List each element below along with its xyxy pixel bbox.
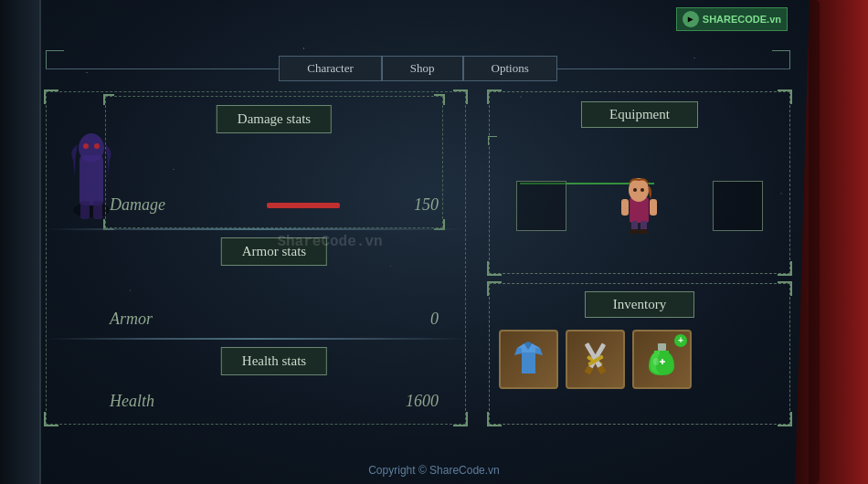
- inventory-title: Inventory: [585, 291, 694, 318]
- damage-stats-label: Damage stats: [217, 105, 332, 133]
- inventory-item-armor[interactable]: [499, 330, 558, 389]
- svg-rect-5: [80, 201, 90, 219]
- inventory-title-row: Inventory: [490, 291, 789, 318]
- inv-corner-br: [778, 412, 792, 426]
- damage-value: 150: [414, 195, 439, 215]
- equipment-title: Equipment: [581, 101, 698, 128]
- equip-slot-2[interactable]: [713, 181, 763, 231]
- nav-tabs: Character Shop Options: [279, 56, 556, 81]
- svg-point-8: [629, 178, 649, 202]
- armor-stats-button[interactable]: Armor stats: [221, 237, 327, 266]
- damage-stat-row: Damage 150: [110, 195, 439, 215]
- swords-icon: [575, 339, 616, 380]
- main-content: Damage stats Damage 150 Armor stats Armo…: [46, 91, 790, 425]
- armor-stats-label: Armor stats: [221, 237, 327, 266]
- health-stat-row: Health 1600: [110, 392, 439, 411]
- inventory-items-row: +: [499, 330, 692, 389]
- health-stats-label: Health stats: [221, 347, 327, 375]
- inventory-item-swords[interactable]: [566, 330, 625, 389]
- nav-corner-tl: [46, 50, 64, 68]
- svg-rect-15: [621, 199, 629, 216]
- svg-point-26: [653, 358, 659, 365]
- corner-tl: [44, 89, 58, 104]
- tab-character[interactable]: Character: [279, 56, 382, 81]
- health-value: 1600: [406, 392, 439, 411]
- left-panel: Damage stats Damage 150 Armor stats Armo…: [46, 91, 466, 425]
- svg-rect-23: [658, 343, 666, 351]
- inventory-panel: Inventory: [489, 283, 790, 425]
- armor-stat-row: Armor 0: [110, 310, 439, 329]
- tab-options[interactable]: Options: [463, 56, 557, 81]
- armor-label: Armor: [110, 310, 192, 329]
- dc-tr: [434, 94, 445, 105]
- health-section: Health stats Health 1600: [101, 338, 448, 425]
- right-panel: Equipment: [489, 91, 790, 425]
- potion-badge: +: [674, 334, 687, 347]
- character-sprite-container: [619, 172, 660, 240]
- logo-text: ▶ SHARECODE.vn: [676, 7, 788, 31]
- inventory-item-potion[interactable]: +: [632, 330, 692, 389]
- svg-point-9: [633, 188, 637, 192]
- equipment-title-row: Equipment: [490, 101, 789, 128]
- health-stats-button[interactable]: Health stats: [221, 347, 327, 375]
- inv-corner-bl: [487, 412, 502, 426]
- copyright-text: Copyright © ShareCode.vn: [0, 464, 868, 477]
- damage-stats-button[interactable]: Damage stats: [217, 105, 332, 133]
- svg-point-10: [640, 188, 644, 192]
- svg-rect-14: [640, 229, 648, 234]
- health-label: Health: [110, 392, 192, 411]
- character-sprite: [619, 172, 660, 236]
- dc-tl: [103, 94, 114, 105]
- nav-bar: Character Shop Options: [46, 50, 790, 87]
- equipment-slots: [490, 138, 789, 273]
- damage-section: Damage stats Damage 150: [101, 91, 448, 233]
- armor-icon: [508, 339, 549, 380]
- equipment-panel: Equipment: [489, 91, 790, 274]
- svg-point-4: [94, 143, 100, 149]
- svg-point-3: [83, 143, 89, 149]
- nav-corner-tr: [772, 50, 790, 68]
- corner-bl: [44, 412, 58, 426]
- corner-br: [453, 412, 468, 426]
- equip-slot-1[interactable]: [516, 181, 566, 231]
- armor-value: 0: [430, 310, 439, 329]
- svg-rect-25: [662, 359, 663, 364]
- damage-bar: [267, 203, 340, 208]
- damage-bar-container: [192, 203, 414, 208]
- left-pillar: [0, 0, 41, 484]
- svg-rect-16: [650, 199, 657, 216]
- damage-label: Damage: [110, 195, 192, 215]
- armor-section: Armor stats Armor 0: [101, 228, 448, 338]
- corner-tr: [453, 89, 468, 104]
- svg-rect-13: [630, 229, 639, 234]
- tab-shop[interactable]: Shop: [382, 56, 463, 81]
